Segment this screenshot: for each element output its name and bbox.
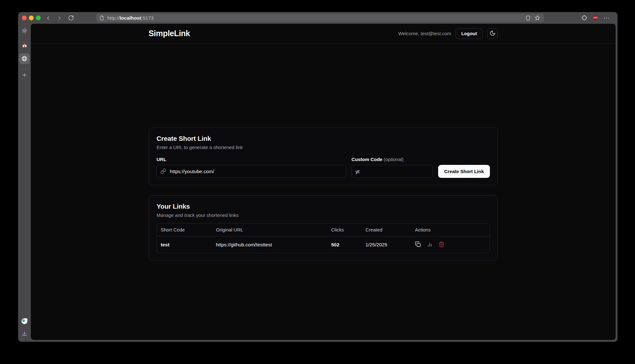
main-area: Create Short Link Enter a URL to generat… bbox=[31, 43, 616, 261]
new-tab-plus-icon[interactable]: + bbox=[23, 72, 27, 79]
active-tab-highlight[interactable] bbox=[19, 53, 30, 64]
copy-icon bbox=[415, 241, 421, 248]
back-icon[interactable] bbox=[46, 16, 51, 21]
globe-icon bbox=[21, 55, 28, 62]
your-links-card: Your Links Manage and track your shorten… bbox=[149, 195, 498, 261]
page-title: SimpleLink bbox=[149, 29, 190, 38]
create-card-subtitle: Enter a URL to generate a shortened link bbox=[157, 145, 490, 150]
links-card-title: Your Links bbox=[157, 203, 490, 210]
col-original-url: Original URL bbox=[212, 224, 327, 236]
address-url: http://localhost:5173 bbox=[107, 15, 525, 21]
create-short-link-card: Create Short Link Enter a URL to generat… bbox=[149, 127, 498, 185]
more-menu-icon[interactable]: ⋯ bbox=[604, 15, 610, 21]
optional-note: (optional) bbox=[384, 157, 404, 162]
sidebar-divider bbox=[21, 69, 28, 69]
address-bar[interactable]: http://localhost:5173 bbox=[96, 14, 544, 22]
zoom-window-button[interactable] bbox=[36, 16, 41, 20]
browser-toolbar: http://localhost:5173 UO ⋯ bbox=[18, 12, 618, 24]
col-clicks: Clicks bbox=[327, 224, 362, 236]
browser-window: http://localhost:5173 UO ⋯ bbox=[18, 12, 618, 342]
logout-button[interactable]: Logout bbox=[456, 28, 483, 39]
links-card-subtitle: Manage and track your shortened links bbox=[157, 212, 490, 218]
ublock-badge-text: UO bbox=[592, 16, 598, 19]
col-short-code: Short Code bbox=[157, 224, 212, 236]
moon-icon bbox=[490, 30, 496, 37]
downloads-icon[interactable] bbox=[21, 330, 28, 337]
tracking-shield-icon[interactable] bbox=[525, 15, 531, 21]
url-host: localhost bbox=[120, 15, 141, 21]
traffic-lights bbox=[22, 16, 41, 20]
cell-short-code: test bbox=[157, 236, 212, 253]
zen-browser-logo-icon[interactable] bbox=[21, 318, 28, 325]
welcome-text: Welcome, test@test.com bbox=[398, 31, 451, 36]
theme-toggle-button[interactable] bbox=[487, 28, 498, 39]
table-header-row: Short Code Original URL Clicks Created A… bbox=[157, 224, 490, 236]
custom-code-input[interactable] bbox=[351, 165, 433, 178]
col-created: Created bbox=[362, 224, 411, 236]
col-actions: Actions bbox=[411, 224, 490, 236]
create-card-title: Create Short Link bbox=[157, 135, 490, 142]
toolbar-extensions-area: UO ⋯ bbox=[581, 12, 610, 24]
custom-code-label: Custom Code (optional) bbox=[351, 157, 433, 162]
reload-icon[interactable] bbox=[68, 15, 74, 21]
minimize-window-button[interactable] bbox=[29, 16, 34, 20]
ublock-origin-icon[interactable]: UO bbox=[592, 15, 598, 21]
copy-link-button[interactable] bbox=[415, 241, 421, 248]
cell-original-url: https://github.com/testtest bbox=[212, 236, 327, 253]
url-port: :5173 bbox=[141, 15, 154, 21]
home-tab-icon[interactable] bbox=[22, 42, 28, 48]
site-header: SimpleLink Welcome, test@test.com Logout bbox=[31, 24, 616, 43]
link-icon bbox=[160, 168, 166, 175]
bar-chart-icon bbox=[427, 241, 433, 248]
create-short-link-button[interactable]: Create Short Link bbox=[438, 165, 490, 178]
page-viewport: SimpleLink Welcome, test@test.com Logout… bbox=[31, 24, 616, 340]
browser-sidebar: + bbox=[18, 24, 31, 342]
cell-clicks: 502 bbox=[327, 236, 362, 253]
table-row: test https://github.com/testtest 502 1/2… bbox=[157, 236, 490, 253]
nav-controls bbox=[46, 15, 74, 21]
stats-button[interactable] bbox=[427, 241, 433, 248]
url-prefix: http:// bbox=[107, 15, 120, 21]
url-field-label: URL bbox=[157, 157, 346, 162]
trash-icon bbox=[438, 241, 444, 248]
bookmark-star-icon[interactable] bbox=[534, 15, 540, 21]
settings-gear-icon[interactable] bbox=[21, 28, 28, 34]
extensions-puzzle-icon[interactable] bbox=[581, 15, 587, 21]
close-window-button[interactable] bbox=[22, 16, 27, 20]
cell-created: 1/25/2025 bbox=[362, 236, 411, 253]
page-icon bbox=[99, 15, 104, 21]
links-table: Short Code Original URL Clicks Created A… bbox=[157, 223, 490, 253]
delete-link-button[interactable] bbox=[438, 241, 444, 248]
forward-icon[interactable] bbox=[57, 16, 62, 21]
url-input[interactable] bbox=[157, 165, 346, 178]
